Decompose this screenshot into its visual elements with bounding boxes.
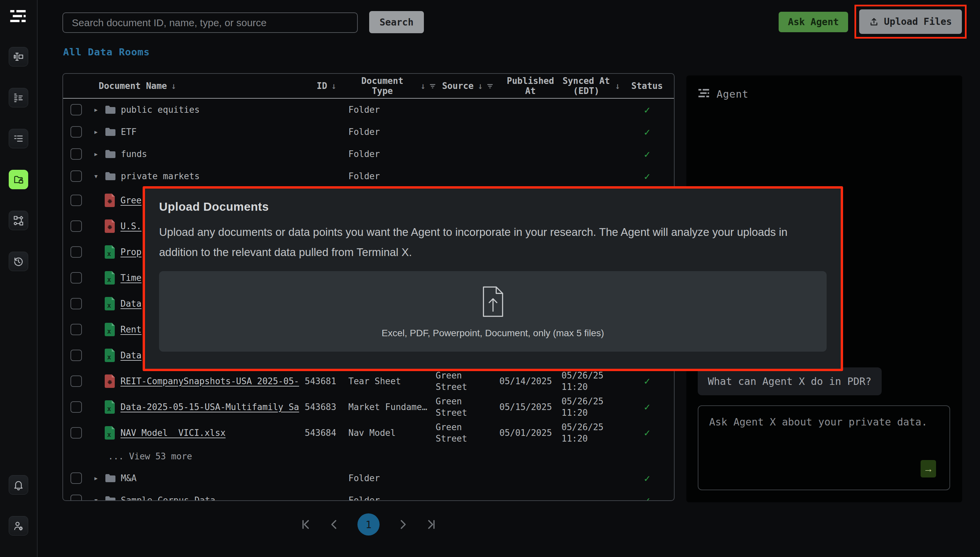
row-checkbox[interactable] xyxy=(70,298,82,309)
folder-name[interactable]: ETF xyxy=(121,127,137,137)
chevron-right-icon[interactable]: ▸ xyxy=(92,149,100,159)
status-check-icon: ✓ xyxy=(620,171,674,182)
column-label: Synced At (EDT) xyxy=(562,76,611,96)
file-name-link[interactable]: Data-2025-05-15-USA-Multifamily_Sa xyxy=(120,402,299,412)
chevron-down-icon[interactable]: ▾ xyxy=(92,495,100,501)
folder-name[interactable]: public equities xyxy=(121,105,200,115)
pdf-file-icon: ❉ xyxy=(104,374,116,388)
folder-name[interactable]: private markets xyxy=(121,171,200,181)
sidebar-button-workflow[interactable] xyxy=(9,211,28,230)
published-at-cell: 05/01/2025 xyxy=(500,427,562,438)
file-name-link[interactable]: Data xyxy=(120,299,142,309)
sort-icon[interactable]: ↓ xyxy=(331,81,337,91)
sort-icon[interactable]: ↓ xyxy=(478,81,483,91)
row-checkbox[interactable] xyxy=(70,375,82,387)
sidebar-button-folder-lock[interactable] xyxy=(9,170,28,189)
doc-type-cell: Folder xyxy=(348,495,436,501)
sort-icon[interactable]: ↓ xyxy=(420,81,426,91)
breadcrumb[interactable]: All Data Rooms xyxy=(63,46,150,58)
agent-input[interactable] xyxy=(698,406,949,490)
list-icon xyxy=(13,133,24,144)
file-name-link[interactable]: Data xyxy=(120,350,142,360)
agent-logo-icon xyxy=(698,89,710,100)
row-checkbox[interactable] xyxy=(70,472,82,484)
chevron-down-icon[interactable]: ▾ xyxy=(92,171,100,181)
agent-suggestion-chip[interactable]: What can Agent X do in PDR? xyxy=(698,367,882,395)
row-checkbox[interactable] xyxy=(70,427,82,438)
published-at-cell: 05/14/2025 xyxy=(500,375,562,387)
sidebar-button-data-bars[interactable] xyxy=(9,88,28,107)
previous-page-icon[interactable] xyxy=(329,519,340,530)
file-name-link[interactable]: U.S. xyxy=(120,221,142,231)
sidebar-button-list[interactable] xyxy=(9,129,28,148)
table-row: ▸fundsFolder✓ xyxy=(63,143,674,165)
sidebar-button-terminal[interactable] xyxy=(9,47,28,67)
upload-files-button[interactable]: Upload Files xyxy=(859,10,962,34)
current-page-button[interactable]: 1 xyxy=(357,513,379,536)
file-name-link[interactable]: Rent xyxy=(120,324,142,334)
folder-icon xyxy=(105,105,116,114)
row-checkbox[interactable] xyxy=(70,220,82,232)
ask-agent-button[interactable]: Ask Agent xyxy=(779,12,848,32)
search-button[interactable]: Search xyxy=(369,11,424,33)
user-settings-icon xyxy=(13,520,24,531)
doc-type-cell: Folder xyxy=(348,171,436,182)
chevron-right-icon[interactable]: ▸ xyxy=(92,474,100,483)
chevron-right-icon[interactable]: ▸ xyxy=(92,105,100,114)
excel-file-icon: x xyxy=(104,271,116,285)
folder-name[interactable]: M&A xyxy=(121,473,137,483)
history-icon xyxy=(13,256,24,267)
sidebar-button-history[interactable] xyxy=(9,252,28,271)
modal-title: Upload Documents xyxy=(159,200,827,213)
file-name-link[interactable]: Gree xyxy=(120,195,142,205)
row-checkbox[interactable] xyxy=(70,148,82,160)
sidebar-button-bell[interactable] xyxy=(9,475,28,495)
excel-file-icon: x xyxy=(104,400,116,414)
sidebar-button-user-settings[interactable] xyxy=(9,516,28,536)
excel-file-icon: x xyxy=(104,296,116,311)
dropzone-hint: Excel, PDF, Powerpoint, Document, only (… xyxy=(382,328,604,339)
svg-text:x: x xyxy=(107,405,111,413)
id-cell: 543681 xyxy=(305,375,348,387)
search-input[interactable] xyxy=(62,12,358,33)
view-more-link[interactable]: ... View 53 more xyxy=(88,451,674,461)
synced-at-cell: 05/26/25 11:20 xyxy=(562,370,620,393)
row-checkbox[interactable] xyxy=(70,195,82,206)
row-checkbox[interactable] xyxy=(70,401,82,413)
file-name-link[interactable]: Time xyxy=(120,273,142,283)
file-name-link[interactable]: NAV Model__VICI.xlsx xyxy=(120,428,226,438)
row-checkbox[interactable] xyxy=(70,126,82,138)
row-checkbox[interactable] xyxy=(70,171,82,182)
excel-file-icon: x xyxy=(104,348,116,362)
column-header-id: ID↓ xyxy=(305,81,348,91)
row-checkbox[interactable] xyxy=(70,495,82,501)
row-checkbox[interactable] xyxy=(70,246,82,258)
status-check-icon: ✓ xyxy=(620,401,674,413)
excel-file-icon: x xyxy=(104,426,116,440)
sidebar xyxy=(0,0,37,557)
row-checkbox[interactable] xyxy=(70,104,82,116)
first-page-icon[interactable] xyxy=(300,519,311,530)
file-dropzone[interactable]: Excel, PDF, Powerpoint, Document, only (… xyxy=(159,271,827,352)
last-page-icon[interactable] xyxy=(426,519,437,530)
filter-icon[interactable] xyxy=(487,83,493,89)
doc-type-cell: Folder xyxy=(348,104,436,116)
row-checkbox[interactable] xyxy=(70,324,82,335)
source-cell: Green Street xyxy=(436,370,500,393)
row-checkbox[interactable] xyxy=(70,272,82,283)
column-label: ID xyxy=(317,81,327,91)
file-name-link[interactable]: Prop xyxy=(120,247,142,257)
send-button[interactable]: → xyxy=(921,460,936,477)
filter-icon[interactable] xyxy=(430,83,436,89)
folder-name[interactable]: funds xyxy=(121,149,147,159)
doc-type-cell: Folder xyxy=(348,472,436,484)
chevron-right-icon[interactable]: ▸ xyxy=(92,127,100,137)
folder-name[interactable]: Sample Corpus Data xyxy=(121,495,215,501)
sort-icon[interactable]: ↓ xyxy=(171,81,177,91)
row-checkbox[interactable] xyxy=(70,350,82,361)
folder-icon xyxy=(105,127,116,136)
svg-text:❉: ❉ xyxy=(107,224,112,231)
file-name-link[interactable]: REIT-CompanySnapshots-USA_2025-05- xyxy=(120,376,299,386)
next-page-icon[interactable] xyxy=(397,519,409,530)
sort-icon[interactable]: ↓ xyxy=(615,81,620,91)
